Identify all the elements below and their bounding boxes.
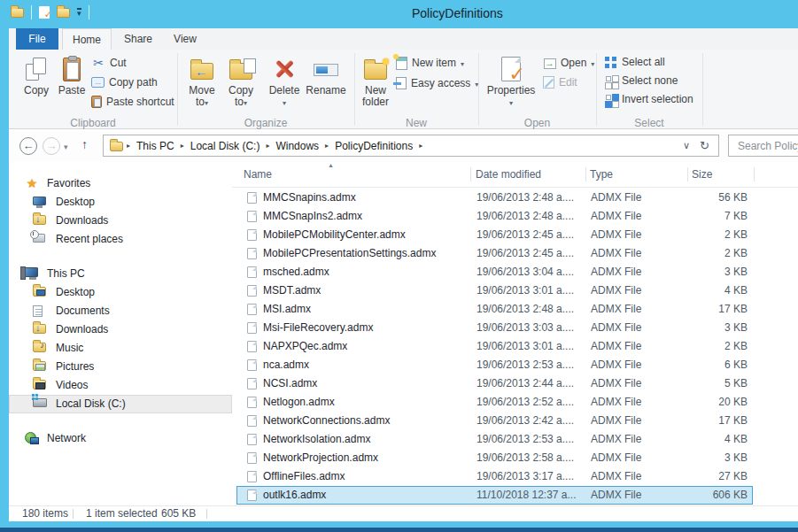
file-icon <box>247 304 257 315</box>
file-date-modified: 19/06/2013 2:44 a.... <box>476 375 574 392</box>
open-button[interactable]: Open <box>543 55 594 71</box>
file-date-modified: 11/10/2018 12:37 a... <box>476 487 577 504</box>
recent-locations-chevron-icon[interactable]: ▾ <box>64 143 68 151</box>
new-item-icon <box>396 57 407 70</box>
back-button[interactable]: ← <box>19 137 37 155</box>
breadcrumb-segment[interactable]: Local Disk (C:) <box>184 140 267 152</box>
sidebar-item-documents[interactable]: Documents <box>9 302 232 320</box>
sidebar-item-desktop[interactable]: Desktop <box>9 283 232 302</box>
customize-quick-access-chevron-icon[interactable]: ▾ <box>77 8 81 17</box>
file-row[interactable]: Msi-FileRecovery.admx19/06/2013 3:03 a..… <box>236 319 753 337</box>
new-folder-button[interactable]: New folder <box>356 53 395 108</box>
file-row[interactable]: outlk16.admx11/10/2018 12:37 a...ADMX Fi… <box>236 486 753 505</box>
breadcrumb-segment[interactable]: Windows <box>269 140 325 152</box>
paste-button[interactable]: Paste <box>53 53 90 96</box>
file-row[interactable]: MMCSnapIns2.admx19/06/2013 2:48 a....ADM… <box>236 207 753 226</box>
address-box[interactable]: ▸This PC▸Local Disk (C:)▸Windows▸PolicyD… <box>103 135 719 157</box>
tab-file[interactable]: File <box>16 28 58 50</box>
paste-icon <box>63 58 81 81</box>
select-all-button[interactable]: Select all <box>605 54 665 70</box>
ribbon-home: Copy Paste Cut Copy path Paste shortcut … <box>9 50 798 129</box>
search-input[interactable] <box>728 135 798 157</box>
breadcrumb-segment[interactable]: This PC <box>130 140 181 152</box>
column-divider[interactable] <box>470 167 471 181</box>
file-name: NetworkProjection.admx <box>263 450 378 466</box>
sidebar-item-music[interactable]: Music <box>9 339 232 358</box>
file-row[interactable]: NCSI.admx19/06/2013 2:44 a....ADMX File5… <box>236 374 753 393</box>
move-to-button[interactable]: Move to <box>182 53 221 109</box>
file-date-modified: 19/06/2013 2:45 a.... <box>476 245 574 262</box>
file-row[interactable]: OfflineFiles.admx19/06/2013 3:17 a....AD… <box>236 467 753 486</box>
sidebar-item-downloads[interactable]: Downloads <box>9 212 232 230</box>
column-header-name[interactable]: Name <box>244 162 272 187</box>
delete-icon <box>273 58 296 81</box>
file-type: ADMX File <box>591 301 641 318</box>
column-divider[interactable] <box>585 167 586 181</box>
forward-button[interactable]: → <box>43 137 60 155</box>
cut-button[interactable]: Cut <box>91 55 127 71</box>
file-row[interactable]: MobilePCPresentationSettings.admx19/06/2… <box>236 244 753 263</box>
tab-home[interactable]: Home <box>62 28 112 50</box>
folder-videos-icon <box>33 380 46 389</box>
column-header-date-modified[interactable]: Date modified <box>476 162 541 187</box>
cut-label: Cut <box>110 57 127 69</box>
delete-button[interactable]: Delete <box>264 53 305 109</box>
file-row[interactable]: NetworkProjection.admx19/06/2013 2:58 a.… <box>236 449 753 467</box>
address-dropdown-icon[interactable]: ∨ <box>683 140 690 151</box>
column-header-size[interactable]: Size <box>692 162 712 187</box>
file-row[interactable]: NAPXPQec.admx19/06/2013 3:01 a....ADMX F… <box>236 337 753 356</box>
column-header-type[interactable]: Type <box>590 162 613 187</box>
paste-shortcut-button[interactable]: Paste shortcut <box>91 94 174 110</box>
move-to-icon <box>190 63 213 80</box>
properties-check-icon[interactable] <box>39 6 50 19</box>
tab-view[interactable]: View <box>165 28 205 50</box>
sidebar-item-network[interactable]: Network <box>9 429 232 448</box>
column-divider[interactable] <box>687 167 688 181</box>
up-button[interactable]: ↑ <box>81 137 88 151</box>
file-row[interactable]: NetworkIsolation.admx19/06/2013 2:53 a..… <box>236 430 753 449</box>
breadcrumb-segment[interactable]: PolicyDefinitions <box>329 140 419 152</box>
sidebar-item-videos[interactable]: Videos <box>9 376 232 395</box>
file-name: MMCSnapIns2.admx <box>263 208 362 225</box>
file-date-modified: 19/06/2013 2:48 a.... <box>476 301 574 318</box>
refresh-icon[interactable]: ↻ <box>700 139 709 152</box>
tab-share[interactable]: Share <box>115 28 161 50</box>
sidebar-item-recent-places[interactable]: Recent places <box>9 230 232 249</box>
copy-to-button[interactable]: Copy to <box>221 53 260 109</box>
file-name: MSI.admx <box>263 301 311 318</box>
sidebar-item-favorites[interactable]: Favorites <box>9 174 232 193</box>
copy-to-label-2: to <box>235 96 244 108</box>
sidebar-item-desktop[interactable]: Desktop <box>9 193 232 212</box>
properties-button[interactable]: Properties <box>486 53 536 109</box>
easy-access-button[interactable]: Easy access <box>396 75 478 91</box>
file-row[interactable]: Netlogon.admx19/06/2013 2:52 a....ADMX F… <box>236 393 753 412</box>
file-row[interactable]: nca.admx19/06/2013 2:53 a....ADMX File6 … <box>236 356 753 374</box>
rename-button[interactable]: Rename <box>305 53 347 96</box>
file-row[interactable]: MSI.admx19/06/2013 2:48 a....ADMX File17… <box>236 300 753 319</box>
copy-path-button[interactable]: Copy path <box>91 74 158 90</box>
file-type: ADMX File <box>591 450 641 466</box>
group-separator <box>596 53 597 126</box>
select-none-button[interactable]: Select none <box>605 73 678 89</box>
file-row[interactable]: MobilePCMobilityCenter.admx19/06/2013 2:… <box>236 226 753 244</box>
file-row[interactable]: NetworkConnections.admx19/06/2013 2:42 a… <box>236 412 753 430</box>
paste-label: Paste <box>53 85 90 96</box>
sidebar-item-downloads[interactable]: Downloads <box>9 320 232 339</box>
file-row[interactable]: MSDT.admx19/06/2013 3:01 a....ADMX File4… <box>236 281 753 300</box>
sidebar-item-local-disk-c[interactable]: Local Disk (C:) <box>9 395 232 413</box>
new-folder-icon[interactable] <box>57 8 70 18</box>
copy-button[interactable]: Copy <box>19 53 53 96</box>
folder-icon[interactable] <box>11 8 24 18</box>
invert-selection-button[interactable]: Invert selection <box>605 91 693 107</box>
dropdown-caret-icon <box>509 96 513 108</box>
edit-icon <box>543 76 554 89</box>
file-date-modified: 19/06/2013 3:17 a.... <box>476 468 574 485</box>
column-divider[interactable] <box>754 167 755 181</box>
new-item-button[interactable]: New item <box>396 55 464 71</box>
file-row[interactable]: msched.admx19/06/2013 3:04 a....ADMX Fil… <box>236 263 753 281</box>
edit-button[interactable]: Edit <box>543 74 577 90</box>
file-row[interactable]: MMCSnapins.admx19/06/2013 2:48 a....ADMX… <box>236 189 753 207</box>
breadcrumb-separator-icon[interactable]: ▸ <box>419 142 422 150</box>
sidebar-item-this-pc[interactable]: This PC <box>9 265 232 283</box>
sidebar-item-pictures[interactable]: Pictures <box>9 358 232 376</box>
